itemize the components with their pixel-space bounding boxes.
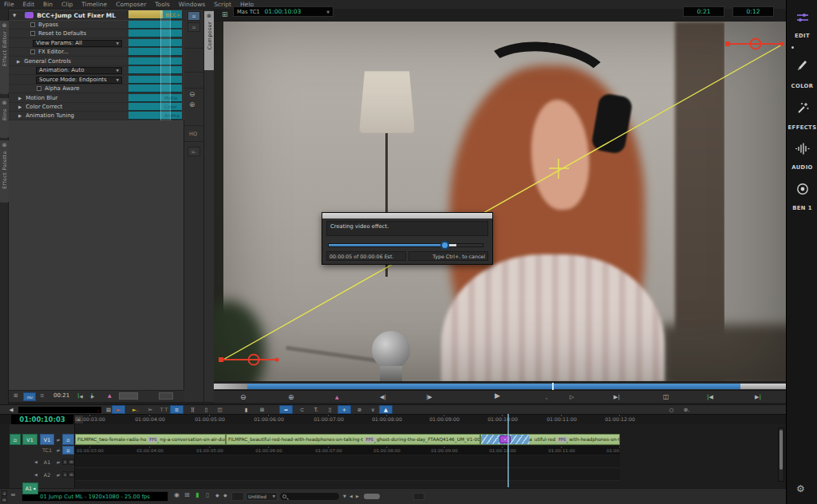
effect-keyframe-track-area[interactable]: BCC+ Motio Color Anima xyxy=(128,10,183,121)
expand-triangle-icon[interactable]: ▶ xyxy=(18,104,22,109)
menu-bin[interactable]: Bin xyxy=(43,1,53,9)
audio-track-a1[interactable]: A1 xyxy=(40,455,54,468)
zoom-out-icon[interactable]: ⊖ xyxy=(189,90,195,98)
close-icon[interactable]: ⊗ xyxy=(2,100,7,107)
timeline-fast-menu-icon[interactable]: ≡ xyxy=(10,490,16,500)
expand-triangle-icon[interactable]: ▶ xyxy=(18,96,22,100)
color-pen-icon[interactable] xyxy=(795,57,809,72)
effect-bar[interactable] xyxy=(128,39,182,47)
speaker-icon[interactable]: ◀ xyxy=(32,468,40,481)
alpha-aware-checkbox[interactable] xyxy=(37,86,41,91)
solo-button[interactable]: s xyxy=(62,471,68,478)
timecode-entry[interactable]: : xyxy=(18,406,102,414)
group-row-animation-tuning[interactable]: ▶ Animation Tuning xyxy=(9,112,128,120)
effect-bar-title[interactable]: BCC+ xyxy=(128,10,182,19)
effect-bar-motion-blur[interactable]: Motio xyxy=(128,94,182,102)
effect-bar[interactable] xyxy=(128,21,182,29)
solo-mini[interactable]: s xyxy=(2,490,7,496)
heads-tails-button[interactable]: ][ xyxy=(186,405,199,414)
workspace-edit[interactable]: EDIT xyxy=(787,33,817,39)
add-marker-button[interactable]: ▲ xyxy=(335,393,339,401)
zoom-out-button[interactable]: ⊖ xyxy=(240,393,247,401)
record-circle-icon[interactable]: ○ xyxy=(665,405,678,414)
mark-out-button[interactable]: ▶| xyxy=(755,393,761,401)
source-mode-dropdown[interactable]: Source Mode: Endpoints ▼ xyxy=(36,77,122,84)
tab-composer[interactable]: ⊗ Composer xyxy=(204,11,214,70)
add-track-button[interactable]: + xyxy=(337,405,351,414)
close-icon[interactable]: ⊗ xyxy=(207,13,211,20)
audio-waveform-icon[interactable] xyxy=(794,142,811,156)
timeline-clip-1[interactable]: FILMPAC_two-female-radio-ho FPS ng-a-con… xyxy=(75,434,226,445)
audio-meter-button[interactable]: ▲ xyxy=(379,405,393,414)
effect-bar-animation-tuning[interactable]: Anima xyxy=(128,112,182,120)
audio-track-lane[interactable] xyxy=(75,455,620,468)
menu-timeline[interactable]: Timeline xyxy=(81,1,107,9)
param-row-fx-editor[interactable]: FX Editor... xyxy=(9,48,128,57)
zoom-in-icon[interactable]: ⊕ xyxy=(189,100,195,108)
mark-in-button[interactable]: |◀ xyxy=(707,393,713,401)
param-row-bypass[interactable]: Bypass xyxy=(9,21,128,30)
next-keyframe-icon[interactable]: ▶| xyxy=(91,392,93,399)
menu-script[interactable]: Script xyxy=(214,1,231,9)
match-frame-button[interactable]: ⊂ xyxy=(295,405,309,414)
effect-bar[interactable] xyxy=(128,85,182,93)
menu-edit[interactable]: Edit xyxy=(23,1,35,9)
tab-effect-palette[interactable]: ⊗ Effect Palette xyxy=(0,140,9,203)
menu-clip[interactable]: Clip xyxy=(61,1,73,9)
audio-track-a2[interactable]: A2 xyxy=(40,468,54,481)
effect-menu-icon[interactable]: ≡ xyxy=(40,392,44,399)
collapse-tracks-button[interactable]: ∨ xyxy=(366,405,380,414)
workspace-effects[interactable]: EFFECTS xyxy=(787,124,817,131)
effect-grid-icon[interactable]: ⊞ xyxy=(14,392,18,399)
effect-curve-overlay[interactable] xyxy=(214,22,786,381)
effect-bar[interactable] xyxy=(128,30,182,37)
effects-wand-icon[interactable] xyxy=(795,100,809,115)
reset-checkbox[interactable] xyxy=(30,31,35,36)
link-selection-button[interactable]: = xyxy=(279,405,293,414)
focus-icon[interactable]: ◉ xyxy=(174,490,180,500)
go-to-previous-edit-button[interactable]: ◀| xyxy=(380,393,386,401)
scroll-right-icon[interactable]: ▶ xyxy=(356,491,359,501)
trim-mode-button[interactable]: ⊤⊤ xyxy=(157,405,171,414)
timecode-track-label[interactable]: TC1 xyxy=(40,446,54,455)
effect-bar[interactable] xyxy=(128,76,182,84)
composer-timecode-display[interactable]: Mas TC1 01:00:10:03 ▼ xyxy=(233,6,334,17)
step-down-icon[interactable]: ◆ xyxy=(223,490,227,500)
segment-mode-button[interactable]: ≡ xyxy=(170,405,184,414)
source-track-v1[interactable]: V1 xyxy=(22,434,37,445)
track-monitor-box[interactable]: ▫ xyxy=(62,446,74,455)
timeline-search-input[interactable] xyxy=(279,492,340,501)
master-timecode-display[interactable]: 01:00:10:03 xyxy=(11,415,73,424)
effect-bar-color-correct[interactable]: Color xyxy=(128,103,182,111)
audio-patch-a1[interactable]: A1◀ xyxy=(22,482,38,494)
text-tool-button[interactable]: T. xyxy=(310,405,323,414)
smart-tool-lift-overwrite[interactable]: ►. xyxy=(128,405,142,414)
collapse-triangle-icon[interactable]: ▼ xyxy=(13,13,16,18)
position-indicator[interactable] xyxy=(552,383,554,390)
scrollbar-thumb[interactable] xyxy=(780,430,783,470)
empty-field[interactable] xyxy=(231,492,244,501)
timeline-ruler[interactable]: 01:00:10:03 ▸ 01:00:03:00 01:00:04:00 01… xyxy=(0,414,786,424)
record-track-v1[interactable]: V1 xyxy=(40,434,54,445)
workspace-user[interactable]: BEN 1 xyxy=(787,205,817,211)
smart-tool-extract-splice[interactable]: ► xyxy=(112,405,125,414)
timeline-hscrollbar-thumb[interactable] xyxy=(364,494,380,499)
workspace-color[interactable]: COLOR xyxy=(787,83,817,89)
monitor-toggle-icon[interactable]: ▫ xyxy=(187,22,200,32)
track-effect-icon[interactable]: ≠ xyxy=(55,468,61,481)
color-correction-button[interactable]: ◫ xyxy=(213,405,227,414)
grid-icon[interactable]: ⊞ xyxy=(222,10,228,18)
close-icon[interactable]: ⊗ xyxy=(2,22,7,30)
add-edit-scissors[interactable]: ✂ xyxy=(144,405,157,414)
keyframe-box[interactable] xyxy=(159,392,173,400)
timeline-clip-3[interactable]: • PAC_bea utiful-red FPS with-headphones… xyxy=(480,434,620,445)
param-row-reset[interactable]: Reset to Defaults xyxy=(9,30,128,38)
monitor-toggle-active-icon[interactable]: ▫ xyxy=(187,11,200,21)
user-target-icon[interactable] xyxy=(795,182,810,196)
timeline-sliders-icon[interactable] xyxy=(795,12,810,23)
audio-track-lane[interactable] xyxy=(75,468,620,481)
step-up-icon[interactable]: ◆ xyxy=(215,490,219,500)
video-quality-icon[interactable]: ▮ xyxy=(195,490,199,500)
fx-editor-checkbox[interactable] xyxy=(30,49,35,54)
grid-button[interactable]: ⊞ xyxy=(255,405,269,414)
